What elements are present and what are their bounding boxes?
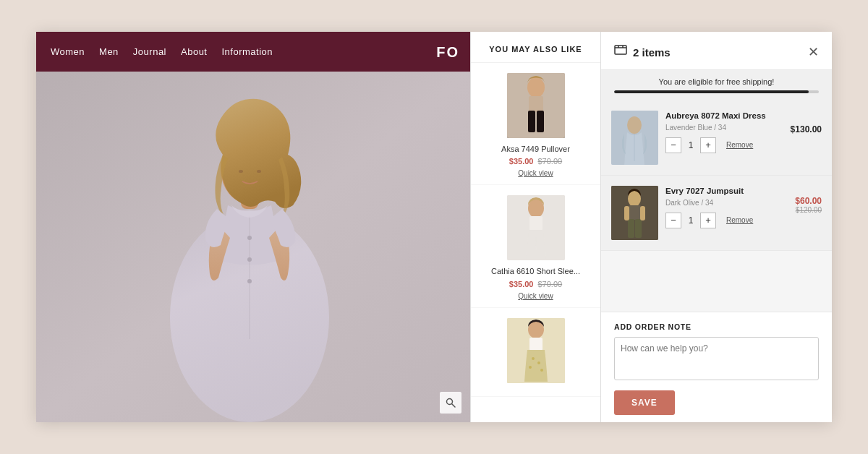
remove-item-2[interactable]: Remove bbox=[726, 216, 753, 224]
suggestion-name-2: Cathia 6610 Short Slee... bbox=[491, 266, 580, 276]
svg-point-32 bbox=[627, 116, 642, 134]
zoom-icon[interactable] bbox=[440, 392, 461, 414]
qty-decrease-2[interactable]: − bbox=[665, 213, 681, 228]
svg-rect-36 bbox=[629, 205, 641, 220]
item-name-2: Evry 7027 Jumpsuit bbox=[665, 186, 822, 197]
product-image-bg bbox=[36, 72, 470, 422]
quick-view-1[interactable]: Quick view bbox=[518, 169, 553, 177]
svg-point-13 bbox=[527, 77, 545, 98]
cart-items: Aubreya 8072 Maxi Dress Lavender Blue / … bbox=[601, 100, 832, 312]
suggestion-prices-1: $35.00 $70.00 bbox=[509, 157, 562, 166]
order-note-title: ADD ORDER NOTE bbox=[614, 322, 819, 331]
suggestions-panel: YOU MAY ALSO LIKE Aksa 7449 Pullover $35… bbox=[470, 32, 600, 422]
svg-rect-38 bbox=[635, 219, 642, 238]
cart-item-2: Evry 7027 Jumpsuit Dark Olive / 34 − 1 +… bbox=[601, 176, 832, 251]
suggestion-thumb-2 bbox=[507, 195, 565, 260]
svg-point-7 bbox=[247, 236, 252, 240]
nav-links: Women Men Journal About Information bbox=[51, 46, 273, 57]
product-area: Women Men Journal About Information FO bbox=[36, 32, 470, 422]
suggestion-item-3 bbox=[471, 308, 600, 397]
nav-bar: Women Men Journal About Information FO bbox=[36, 32, 470, 72]
original-price-2: $70.00 bbox=[538, 280, 563, 288]
svg-rect-39 bbox=[624, 206, 629, 220]
nav-item-information[interactable]: Information bbox=[221, 46, 273, 57]
quantity-row-2: − 1 + Remove bbox=[665, 213, 822, 228]
suggestion-prices-2: $35.00 $70.00 bbox=[509, 280, 562, 288]
quick-view-2[interactable]: Quick view bbox=[518, 292, 553, 300]
item-name-1: Aubreya 8072 Maxi Dress bbox=[665, 111, 822, 121]
shipping-progress-fill bbox=[614, 90, 809, 93]
sale-price-2: $35.00 bbox=[509, 280, 534, 288]
svg-point-4 bbox=[239, 170, 243, 173]
nav-item-men[interactable]: Men bbox=[99, 46, 119, 57]
order-note-section: ADD ORDER NOTE SAVE bbox=[601, 312, 832, 422]
svg-rect-40 bbox=[640, 206, 645, 220]
main-container: Women Men Journal About Information FO bbox=[36, 32, 832, 422]
suggestion-item-2: Cathia 6610 Short Slee... $35.00 $70.00 … bbox=[471, 185, 600, 307]
close-button[interactable]: ✕ bbox=[808, 46, 819, 59]
cart-title-row: 2 items bbox=[614, 45, 671, 59]
cart-item-image-1 bbox=[611, 111, 658, 165]
svg-line-11 bbox=[452, 404, 456, 408]
svg-point-23 bbox=[532, 357, 535, 360]
original-price-1: $70.00 bbox=[538, 157, 563, 166]
item-price-1: $130.00 bbox=[791, 122, 822, 135]
svg-rect-27 bbox=[615, 46, 626, 54]
cart-item-details-1: Aubreya 8072 Maxi Dress Lavender Blue / … bbox=[665, 111, 822, 165]
suggestions-title: YOU MAY ALSO LIKE bbox=[471, 32, 600, 63]
quantity-row-1: − 1 + Remove bbox=[665, 137, 822, 153]
sale-price-1: $35.00 bbox=[509, 157, 534, 166]
item-price-2: $60.00 $120.00 bbox=[795, 196, 822, 214]
nav-item-women[interactable]: Women bbox=[51, 46, 85, 57]
cart-item-image-2 bbox=[611, 186, 658, 240]
qty-value-2: 1 bbox=[686, 215, 696, 226]
brand-logo: FO bbox=[436, 43, 459, 60]
svg-rect-14 bbox=[529, 96, 543, 112]
qty-value-1: 1 bbox=[686, 140, 696, 150]
svg-rect-22 bbox=[529, 338, 542, 351]
suggestion-thumb-3 bbox=[507, 318, 565, 383]
remove-item-1[interactable]: Remove bbox=[726, 141, 753, 149]
qty-decrease-1[interactable]: − bbox=[665, 137, 681, 153]
shipping-banner: You are eligible for free shipping! bbox=[601, 70, 832, 100]
suggestion-item-1: Aksa 7449 Pullover $35.00 $70.00 Quick v… bbox=[471, 63, 600, 185]
cart-header: 2 items ✕ bbox=[601, 32, 832, 70]
cart-title: 2 items bbox=[633, 46, 671, 59]
suggestion-name-1: Aksa 7449 Pullover bbox=[501, 144, 570, 154]
qty-increase-2[interactable]: + bbox=[700, 213, 716, 228]
svg-point-35 bbox=[628, 191, 641, 207]
order-note-input[interactable] bbox=[614, 337, 819, 380]
svg-point-9 bbox=[247, 279, 252, 283]
shipping-progress-bar bbox=[614, 90, 819, 93]
cart-item-1: Aubreya 8072 Maxi Dress Lavender Blue / … bbox=[601, 100, 832, 176]
qty-increase-1[interactable]: + bbox=[700, 137, 716, 153]
svg-point-24 bbox=[537, 361, 540, 364]
cart-icon bbox=[614, 45, 627, 59]
svg-point-26 bbox=[540, 369, 543, 372]
svg-rect-15 bbox=[528, 111, 535, 132]
product-svg bbox=[36, 72, 470, 422]
shipping-text: You are eligible for free shipping! bbox=[614, 77, 819, 86]
suggestion-thumb-1 bbox=[507, 73, 565, 138]
svg-point-5 bbox=[257, 170, 261, 173]
save-button[interactable]: SAVE bbox=[614, 390, 675, 415]
svg-rect-19 bbox=[529, 216, 542, 231]
svg-rect-16 bbox=[537, 111, 544, 132]
cart-panel: 2 items ✕ You are eligible for free ship… bbox=[600, 32, 832, 422]
nav-item-about[interactable]: About bbox=[181, 46, 207, 57]
svg-point-8 bbox=[247, 257, 252, 262]
nav-item-journal[interactable]: Journal bbox=[133, 46, 166, 57]
svg-point-25 bbox=[529, 366, 532, 369]
product-image-container bbox=[36, 72, 470, 422]
svg-rect-37 bbox=[628, 219, 634, 238]
